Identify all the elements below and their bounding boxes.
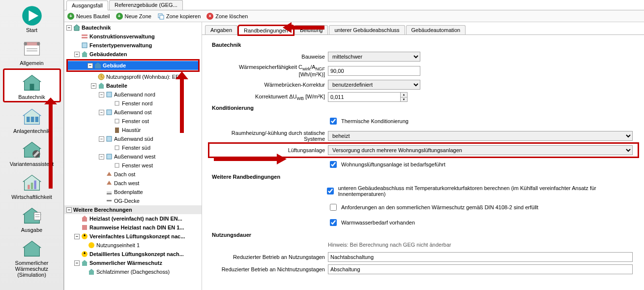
side-anlagentechnik[interactable]: Anlagentechnik (3, 103, 61, 135)
tab-referenzgebaeude[interactable]: Referenzgebäude (GEG... (109, 0, 183, 10)
tree-konstruktion[interactable]: Konstruktionsverwaltung (64, 32, 202, 41)
select-bauweise[interactable]: mittelschwer (328, 52, 420, 62)
tree-gebaeudedaten[interactable]: −Gebäudedaten (64, 50, 202, 59)
section-konditionierung: Konditionierung (212, 105, 637, 111)
side-start[interactable]: Start (3, 2, 61, 34)
svg-rect-44 (107, 110, 112, 115)
tree-wall[interactable]: Bodenplatte (64, 188, 202, 196)
btn-neue-zone[interactable]: +Neue Zone (116, 13, 151, 20)
tree-wb-item[interactable]: Detailliertes Lüftungskonzept nach... (64, 250, 202, 258)
tree-wall[interactable]: Fenster süd (64, 143, 202, 152)
tree-root[interactable]: −Bautechnik (64, 23, 202, 32)
input-waermespeicher[interactable] (328, 66, 420, 76)
svg-marker-56 (82, 216, 88, 222)
label-bauweise: Bauweise (212, 54, 328, 60)
tab-ausgangsfall[interactable]: Ausgangsfall (66, 0, 108, 10)
svg-rect-32 (82, 34, 88, 36)
tree-wb-item[interactable]: −Sommerlicher Wärmeschutz (64, 258, 202, 267)
tree-wb-item[interactable]: Heizlast (vereinfacht) nach DIN EN... (64, 214, 202, 223)
svg-rect-11 (27, 117, 30, 122)
tree-nutzungsprofil[interactable]: Nutzungsprofil (Wohnbau): EFH (64, 72, 202, 81)
tab-belueftung[interactable]: Belüftung (294, 25, 328, 34)
tree-gebaeude[interactable]: −Gebäude (68, 61, 198, 70)
module-sidebar: Start Allgemein Bautechnik Anlagentechni… (0, 0, 64, 290)
input-red-nichtnutzung[interactable] (328, 264, 633, 274)
svg-rect-34 (82, 43, 87, 48)
tree-wall[interactable]: Haustür (64, 126, 202, 134)
select-lueftungsanlage[interactable]: Versorgung durch mehrere Wohnungslüftung… (328, 145, 633, 155)
svg-rect-46 (115, 128, 119, 133)
label-red-nichtnutzung: Reduzierter Betrieb an Nichtnutzungstage… (212, 266, 328, 272)
tree-wall[interactable]: Dach west (64, 179, 202, 188)
tree-wall[interactable]: −Außenwand west (64, 152, 202, 161)
nav-tree[interactable]: −Bautechnik Konstruktionsverwaltung Fens… (64, 22, 202, 290)
btn-neues-bauteil[interactable]: +Neues Bauteil (67, 13, 110, 20)
label-korrekturwert: Korrekturwert ΔUWB [W/m²K] (212, 94, 328, 101)
input-red-nutzung[interactable] (328, 252, 633, 262)
svg-rect-54 (107, 192, 112, 193)
side-sommerlicher[interactable]: Sommerlicher Wärmeschutz (Simulation) (3, 235, 61, 279)
toolbar: +Neues Bauteil +Neue Zone Zone kopieren … (64, 10, 644, 22)
svg-marker-64 (88, 269, 94, 275)
tree-bauteile[interactable]: −Bauteile (64, 81, 202, 90)
svg-rect-49 (107, 154, 112, 159)
btn-zone-loeschen[interactable]: ×Zone löschen (206, 13, 248, 20)
svg-rect-53 (107, 193, 112, 194)
section-bautechnik: Bautechnik (212, 42, 637, 48)
tree-wall[interactable]: OG-Decke (64, 196, 202, 205)
tab-unterer[interactable]: unterer Gebäudeabschluss (329, 25, 405, 34)
svg-rect-57 (82, 225, 87, 230)
label-raumheizung: Raumheizung/-kühlung durch statische Sys… (212, 130, 328, 142)
content-pane: Angaben Randbedingungen Belüftung untere… (202, 22, 644, 290)
tree-wall[interactable]: −Außenwand nord (64, 90, 202, 99)
tree-wall[interactable]: −Außenwand ost (64, 108, 202, 117)
side-bautechnik[interactable]: Bautechnik (3, 68, 61, 102)
select-waermebruecken[interactable]: benutzerdefiniert (328, 80, 420, 90)
tree-wall[interactable]: Fenster nord (64, 99, 202, 108)
svg-marker-35 (82, 51, 88, 57)
chk-warmwasser[interactable]: Warmwasserbedarf vorhanden (328, 218, 415, 227)
tree-wall[interactable]: Dach ost (64, 170, 202, 179)
tab-randbedingungen[interactable]: Randbedingungen (238, 26, 293, 35)
tab-gebaeudeautomation[interactable]: Gebäudeautomation (406, 25, 466, 34)
input-korrekturwert[interactable] (328, 92, 401, 102)
svg-rect-19 (30, 183, 32, 189)
svg-rect-43 (115, 101, 119, 105)
tree-wb-item[interactable]: Schlafzimmer (Dachgeschoss) (64, 267, 202, 276)
tree-wb-item[interactable]: −Vereinfachtes Lüftungskonzept nac... (64, 232, 202, 241)
label-red-nutzung: Reduzierter Betrieb an Nutzungstagen (212, 254, 328, 260)
svg-marker-41 (98, 83, 104, 89)
svg-marker-52 (107, 181, 112, 185)
svg-marker-31 (74, 25, 80, 31)
chk-bedarfsgefuehrt[interactable]: Wohnungslüftungsanlage ist bedarfsgeführ… (328, 160, 445, 169)
tab-angaben[interactable]: Angaben (205, 25, 237, 34)
svg-rect-30 (160, 15, 164, 19)
tree-wall[interactable]: Fenster ost (64, 117, 202, 126)
tree-weitere-berechnungen[interactable]: −Weitere Berechnungen (64, 205, 202, 214)
svg-rect-42 (107, 92, 112, 97)
svg-marker-51 (107, 172, 112, 176)
svg-rect-20 (34, 181, 36, 190)
svg-rect-33 (82, 37, 88, 38)
tree-fenstertypen[interactable]: Fenstertypenverwaltung (64, 41, 202, 50)
tree-wb-item[interactable]: Raumweise Heizlast nach DIN EN 1... (64, 223, 202, 232)
chk-unteren-abschluss[interactable]: unteren Gebäudeabschluss mit Temperaturk… (325, 185, 637, 197)
side-variantenassistent[interactable]: Variantenassistent (3, 136, 61, 168)
side-wirtschaftlichkeit[interactable]: Wirtschaftlichkeit (3, 169, 61, 201)
side-allgemein[interactable]: Allgemein (3, 35, 61, 67)
label-waermebruecken: Wärmebrücken-Korrektur (212, 82, 328, 88)
svg-rect-48 (115, 146, 119, 150)
svg-rect-36 (95, 64, 101, 68)
chk-din4108[interactable]: Anforderungen an den sommerlichen Wärmes… (328, 202, 538, 212)
svg-rect-50 (115, 163, 119, 167)
btn-zone-kopieren[interactable]: Zone kopieren (157, 13, 201, 20)
chk-thermische[interactable]: Thermische Konditionierung (328, 116, 409, 126)
svg-rect-45 (115, 119, 119, 123)
tree-wall[interactable]: −Außenwand süd (64, 134, 202, 143)
tree-wall[interactable]: Fenster west (64, 161, 202, 170)
copy-icon (157, 13, 164, 20)
spinner-korrekturwert[interactable]: ▲▼ (401, 92, 408, 102)
tree-wb-item[interactable]: Nutzungseinheit 1 (64, 241, 202, 250)
side-ausgabe[interactable]: Ausgabe (3, 202, 61, 234)
select-raumheizung[interactable]: beheizt (328, 131, 633, 141)
